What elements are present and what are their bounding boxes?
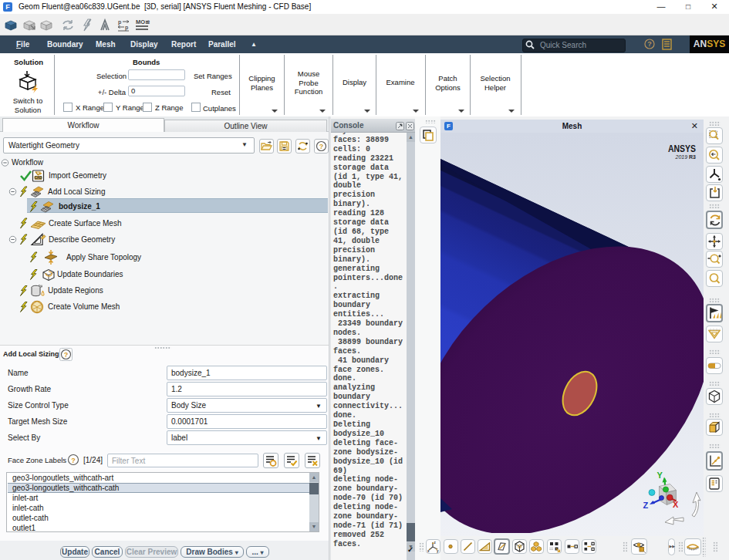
svg-text:Y: Y <box>657 471 663 480</box>
svg-text:?: ? <box>71 457 76 464</box>
svg-text:2019 R3: 2019 R3 <box>675 154 697 160</box>
svg-text:MO≌: MO≌ <box>136 19 150 25</box>
svg-text:y: y <box>437 549 439 553</box>
svg-text:p: p <box>125 25 128 31</box>
svg-text:ANSYS: ANSYS <box>668 143 696 154</box>
svg-text:p: p <box>118 19 121 25</box>
svg-text:z: z <box>434 541 437 545</box>
svg-text:?: ? <box>647 40 652 48</box>
svg-text:Z: Z <box>643 501 649 510</box>
svg-text:?: ? <box>64 351 69 359</box>
svg-text:X: X <box>673 500 679 509</box>
